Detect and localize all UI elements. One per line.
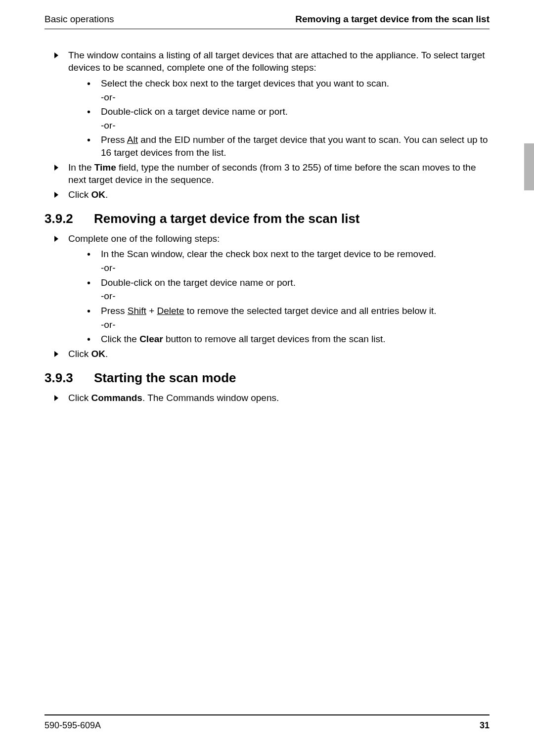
step-item: The window contains a listing of all tar… bbox=[49, 49, 490, 159]
ok-label: OK bbox=[91, 349, 105, 359]
substep-item: Double-click on a target device name or … bbox=[72, 105, 490, 132]
substep-text-post: and the EID number of the target device … bbox=[101, 134, 488, 158]
ok-label: OK bbox=[91, 189, 105, 200]
section-number: 3.9.3 bbox=[44, 369, 94, 387]
plus: + bbox=[146, 306, 157, 316]
substep-text-pre: Click the bbox=[101, 334, 139, 344]
step-list-top: The window contains a listing of all tar… bbox=[49, 49, 490, 201]
step-text-pre: Click bbox=[68, 393, 91, 403]
step-text-pre: Click bbox=[68, 349, 91, 359]
or-separator: -or- bbox=[101, 119, 490, 132]
step-item: Click Commands. The Commands window open… bbox=[49, 392, 490, 404]
section-3.9.2-heading: 3.9.2 Removing a target device from the … bbox=[44, 210, 490, 227]
substep-item: In the Scan window, clear the check box … bbox=[72, 248, 490, 274]
step-item: Complete one of the following steps: In … bbox=[49, 232, 490, 346]
header-chapter: Basic operations bbox=[44, 13, 114, 26]
page: Basic operations Removing a target devic… bbox=[0, 0, 534, 756]
step-text: Complete one of the following steps: bbox=[68, 233, 220, 244]
step-text-post: . bbox=[105, 189, 108, 200]
substep-item: Select the check box next to the target … bbox=[72, 77, 490, 103]
section-title: Removing a target device from the scan l… bbox=[94, 210, 360, 227]
substep-item: Press Shift + Delete to remove the selec… bbox=[72, 305, 490, 331]
commands-label: Commands bbox=[91, 393, 142, 403]
footer-doc-number: 590-595-609A bbox=[44, 719, 101, 731]
clear-button-label: Clear bbox=[139, 334, 163, 344]
substep-text-post: button to remove all target devices from… bbox=[163, 334, 386, 344]
step-text-pre: Click bbox=[68, 189, 91, 200]
page-footer: 590-595-609A 31 bbox=[44, 714, 490, 731]
time-field-label: Time bbox=[94, 162, 116, 173]
footer-page-number: 31 bbox=[480, 719, 490, 731]
page-header: Basic operations Removing a target devic… bbox=[44, 13, 490, 29]
step-text-post: field, type the number of seconds (from … bbox=[68, 162, 476, 185]
step-text: The window contains a listing of all tar… bbox=[68, 50, 485, 73]
step-text-pre: In the bbox=[68, 162, 94, 173]
substep-item: Click the Clear button to remove all tar… bbox=[72, 333, 490, 346]
substep-text: Select the check box next to the target … bbox=[101, 78, 389, 89]
step-list-393: Click Commands. The Commands window open… bbox=[49, 392, 490, 404]
step-item: Click OK. bbox=[49, 348, 490, 360]
section-title: Starting the scan mode bbox=[94, 369, 236, 387]
or-separator: -or- bbox=[101, 290, 490, 303]
header-section-title: Removing a target device from the scan l… bbox=[295, 13, 490, 26]
side-tab bbox=[524, 143, 534, 190]
step-item: In the Time field, type the number of se… bbox=[49, 161, 490, 186]
or-separator: -or- bbox=[101, 262, 490, 274]
or-separator: -or- bbox=[101, 91, 490, 104]
key-shift: Shift bbox=[128, 306, 146, 316]
substep-text: Double-click on the target device name o… bbox=[101, 277, 296, 288]
substep-item: Double-click on the target device name o… bbox=[72, 276, 490, 303]
substep-text: In the Scan window, clear the check box … bbox=[101, 249, 436, 259]
step-item: Click OK. bbox=[49, 188, 490, 201]
substep-text-pre: Press bbox=[101, 306, 128, 316]
substep-text-post: to remove the selected target device and… bbox=[184, 306, 436, 316]
key-alt: Alt bbox=[127, 134, 138, 145]
substep-text-pre: Press bbox=[101, 134, 127, 145]
step-text-post: . The Commands window opens. bbox=[142, 393, 279, 403]
or-separator: -or- bbox=[101, 318, 490, 331]
substep-list: Select the check box next to the target … bbox=[72, 77, 490, 159]
substep-item: Press Alt and the EID number of the targ… bbox=[72, 133, 490, 159]
substep-list: In the Scan window, clear the check box … bbox=[72, 248, 490, 345]
substep-text: Double-click on a target device name or … bbox=[101, 106, 288, 117]
step-list-392: Complete one of the following steps: In … bbox=[49, 232, 490, 360]
step-text-post: . bbox=[105, 349, 108, 359]
section-number: 3.9.2 bbox=[44, 210, 94, 227]
section-3.9.3-heading: 3.9.3 Starting the scan mode bbox=[44, 369, 490, 387]
key-delete: Delete bbox=[157, 306, 184, 316]
